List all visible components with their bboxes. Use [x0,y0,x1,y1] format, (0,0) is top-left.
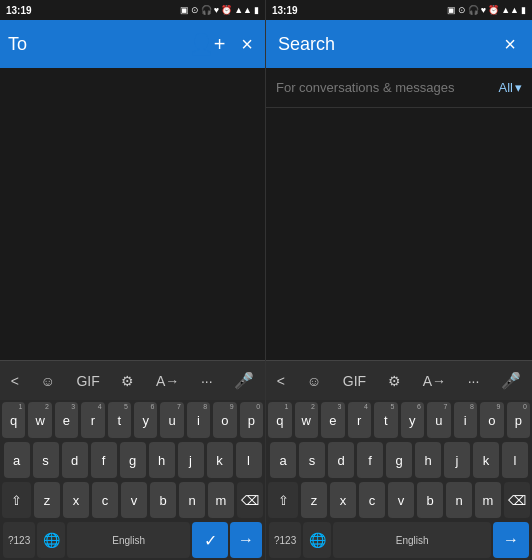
left-kb-gif-btn[interactable]: GIF [70,369,105,393]
left-kb-back-btn[interactable]: < [5,369,25,393]
rkey-q[interactable]: q1 [268,402,292,438]
left-kb-mic-btn[interactable]: 🎤 [228,367,260,394]
right-headphone-icon: 🎧 [468,5,479,15]
right-backspace-key[interactable]: ⌫ [504,482,530,518]
left-panel: 13:19 ▣ ⊙ 🎧 ♥ ⏰ ▲▲ ▮ To 👤+ × < ☺ GIF ⚙ A… [0,0,266,560]
right-search-header: Search × [266,20,532,68]
right-globe-key[interactable]: 🌐 [303,522,331,558]
right-kb-emoji-btn[interactable]: ☺ [301,369,327,393]
key-n[interactable]: n [179,482,205,518]
left-close-icon[interactable]: × [237,29,257,60]
right-kb-back-btn[interactable]: < [271,369,291,393]
left-status-icons: ▣ ⊙ 🎧 ♥ ⏰ ▲▲ ▮ [180,5,259,15]
right-close-icon[interactable]: × [500,29,520,60]
right-kb-mic-btn[interactable]: 🎤 [495,367,527,394]
rkey-a[interactable]: a [270,442,296,478]
rkey-p[interactable]: p0 [507,402,531,438]
rkey-r[interactable]: r4 [348,402,372,438]
rkey-i[interactable]: i8 [454,402,478,438]
search-bar[interactable]: For conversations & messages All ▾ [266,68,532,108]
search-filter-btn[interactable]: All ▾ [499,80,522,95]
key-a[interactable]: a [4,442,30,478]
right-kb-translate-btn[interactable]: A→ [417,369,452,393]
right-enter-key[interactable]: → [493,522,529,558]
rkey-e[interactable]: e3 [321,402,345,438]
left-kb-bottom: ?123 🌐 English ✓ → [0,520,265,560]
key-i[interactable]: i8 [187,402,210,438]
key-y[interactable]: y6 [134,402,157,438]
rkey-b[interactable]: b [417,482,443,518]
key-s[interactable]: s [33,442,59,478]
right-kb-more-btn[interactable]: ··· [462,369,486,393]
left-globe-key[interactable]: 🌐 [37,522,65,558]
left-kb-translate-btn[interactable]: A→ [150,369,185,393]
add-contact-icon[interactable]: 👤+ [185,28,230,60]
right-num-key[interactable]: ?123 [269,522,301,558]
rkey-u[interactable]: u7 [427,402,451,438]
right-key-row-2: a s d f g h j k l [266,440,532,480]
key-o[interactable]: o9 [213,402,236,438]
left-checkmark-key[interactable]: ✓ [192,522,228,558]
right-language-key[interactable]: English [333,522,491,558]
rkey-y[interactable]: y6 [401,402,425,438]
left-key-row-1: q1 w2 e3 r4 t5 y6 u7 i8 o9 p0 [0,400,265,440]
left-time: 13:19 [6,5,32,16]
rkey-v[interactable]: v [388,482,414,518]
left-backspace-key[interactable]: ⌫ [237,482,263,518]
rkey-t[interactable]: t5 [374,402,398,438]
rkey-f[interactable]: f [357,442,383,478]
key-f[interactable]: f [91,442,117,478]
right-kb-bottom: ?123 🌐 English → [266,520,532,560]
rkey-m[interactable]: m [475,482,501,518]
key-d[interactable]: d [62,442,88,478]
rkey-z[interactable]: z [301,482,327,518]
key-h[interactable]: h [149,442,175,478]
key-w[interactable]: w2 [28,402,51,438]
rkey-n[interactable]: n [446,482,472,518]
rkey-o[interactable]: o9 [480,402,504,438]
key-t[interactable]: t5 [108,402,131,438]
rkey-w[interactable]: w2 [295,402,319,438]
left-kb-settings-btn[interactable]: ⚙ [115,369,140,393]
rkey-k[interactable]: k [473,442,499,478]
key-r[interactable]: r4 [81,402,104,438]
left-shift-key[interactable]: ⇧ [2,482,31,518]
rkey-s[interactable]: s [299,442,325,478]
notif-icon: ⊙ [191,5,199,15]
left-kb-more-btn[interactable]: ··· [195,369,219,393]
signal-icon: ▲▲ [234,5,252,15]
key-b[interactable]: b [150,482,176,518]
key-p[interactable]: p0 [240,402,263,438]
rkey-c[interactable]: c [359,482,385,518]
rkey-j[interactable]: j [444,442,470,478]
left-kb-emoji-btn[interactable]: ☺ [35,369,61,393]
key-v[interactable]: v [121,482,147,518]
left-language-key[interactable]: English [67,522,190,558]
left-header-title: To [8,34,177,55]
rkey-d[interactable]: d [328,442,354,478]
key-k[interactable]: k [207,442,233,478]
right-kb-gif-btn[interactable]: GIF [337,369,372,393]
right-kb-settings-btn[interactable]: ⚙ [382,369,407,393]
key-q[interactable]: q1 [2,402,25,438]
right-shift-key[interactable]: ⇧ [268,482,298,518]
key-x[interactable]: x [63,482,89,518]
rkey-g[interactable]: g [386,442,412,478]
key-u[interactable]: u7 [160,402,183,438]
rkey-x[interactable]: x [330,482,356,518]
key-z[interactable]: z [34,482,60,518]
rkey-h[interactable]: h [415,442,441,478]
left-enter-key[interactable]: → [230,522,262,558]
right-status-icons: ▣ ⊙ 🎧 ♥ ⏰ ▲▲ ▮ [447,5,526,15]
key-l[interactable]: l [236,442,262,478]
key-g[interactable]: g [120,442,146,478]
key-m[interactable]: m [208,482,234,518]
battery-icon: ▮ [254,5,259,15]
left-content-area [0,68,265,360]
key-j[interactable]: j [178,442,204,478]
key-c[interactable]: c [92,482,118,518]
left-num-key[interactable]: ?123 [3,522,35,558]
rkey-l[interactable]: l [502,442,528,478]
search-placeholder: For conversations & messages [276,80,499,95]
key-e[interactable]: e3 [55,402,78,438]
